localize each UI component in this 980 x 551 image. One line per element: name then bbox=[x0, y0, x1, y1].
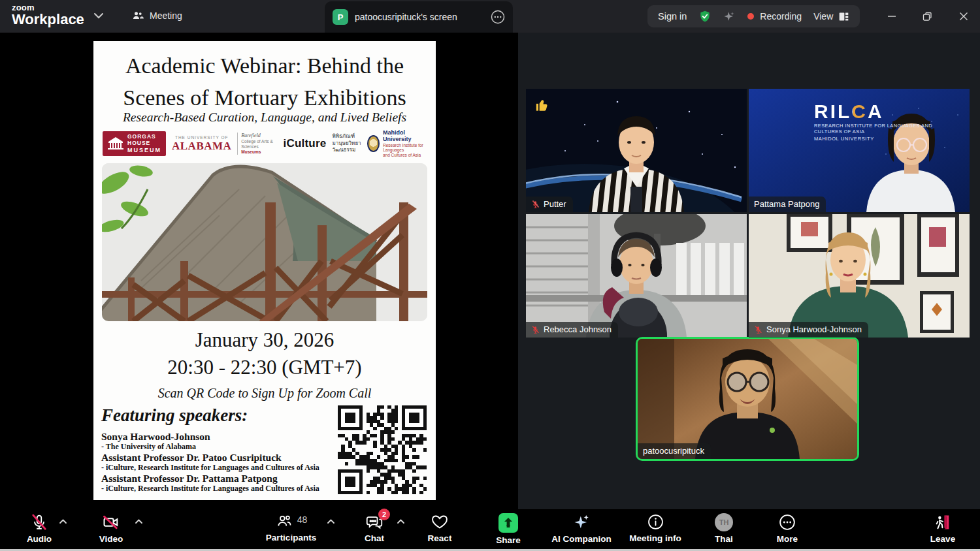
gorgas-building-icon bbox=[107, 136, 124, 151]
zoom-meeting-window: zoom Workplace Meeting P patoocusripituc… bbox=[0, 0, 980, 551]
camera-muted-icon bbox=[102, 513, 120, 531]
logo-text-workplace: Workplace bbox=[12, 12, 84, 27]
share-label: Share bbox=[496, 535, 521, 545]
video-tile-rebecca[interactable]: Rebecca Johnson bbox=[526, 214, 747, 338]
participants-options-chevron[interactable] bbox=[327, 518, 335, 524]
participant-name-label: Pattama Patpong bbox=[749, 197, 826, 212]
college-of-arts-sciences-logo: Barefield College of Arts & Sciences Mus… bbox=[237, 133, 277, 155]
security-shield-icon[interactable] bbox=[698, 10, 711, 23]
more-icon bbox=[778, 513, 796, 531]
chat-unread-badge: 2 bbox=[378, 509, 390, 520]
workspace-chevron-down-icon[interactable] bbox=[93, 12, 104, 20]
ai-companion-button[interactable]: AI Companion bbox=[546, 513, 617, 544]
poster-speaker-list: Sonya Harwood-Johnson - The University o… bbox=[101, 432, 334, 494]
poster-title-line2: Scenes of Mortuary Exhibitions bbox=[93, 82, 436, 114]
poster-qr-caption: Scan QR Code to Sign Up for Zoom Call bbox=[93, 386, 436, 401]
video-tile-sonya[interactable]: Sonya Harwood-Johnson bbox=[749, 214, 970, 338]
heart-icon bbox=[431, 513, 449, 531]
chat-label: Chat bbox=[365, 533, 384, 543]
react-label: React bbox=[428, 533, 452, 543]
tab-meeting[interactable]: Meeting bbox=[131, 9, 182, 22]
leave-button[interactable]: Leave bbox=[924, 513, 961, 544]
share-icon bbox=[498, 513, 518, 533]
participants-button[interactable]: 48 Participants bbox=[260, 513, 322, 543]
ai-sparkle-icon[interactable] bbox=[723, 10, 735, 22]
participants-count: 48 bbox=[297, 514, 308, 525]
video-label: Video bbox=[99, 534, 123, 544]
more-button[interactable]: More bbox=[769, 513, 806, 544]
meeting-info-button[interactable]: Meeting info bbox=[624, 513, 687, 543]
thai-museum-logo-text: พิพิธภัณฑ์ มานุษยวิทยา วัฒนธรรม bbox=[332, 133, 361, 153]
titlebar-actions: Sign in Recording View bbox=[647, 5, 860, 27]
thumbs-up-reaction-icon bbox=[534, 97, 551, 114]
shared-screen-area: Academic Webinar: Behind the Scenes of M… bbox=[5, 37, 518, 512]
info-icon bbox=[647, 513, 664, 531]
poster-date: January 30, 2026 bbox=[93, 328, 436, 352]
minimize-button[interactable] bbox=[877, 0, 907, 33]
react-button[interactable]: React bbox=[421, 513, 458, 543]
chat-options-chevron[interactable] bbox=[397, 518, 405, 524]
close-button[interactable] bbox=[949, 0, 979, 33]
poster-title-line1: Academic Webinar: Behind the bbox=[93, 50, 436, 82]
mic-muted-icon bbox=[31, 513, 48, 531]
participant-name-label: Rebecca Johnson bbox=[526, 322, 618, 338]
participants-label: Participants bbox=[266, 533, 316, 543]
view-label: View bbox=[813, 11, 833, 22]
share-button[interactable]: Share bbox=[490, 513, 527, 545]
leave-label: Leave bbox=[930, 534, 955, 544]
video-gallery: Putter RILC bbox=[518, 33, 980, 509]
tab-screen-share[interactable]: P patoocusripituck's screen bbox=[325, 1, 513, 33]
university-of-alabama-logo: THE UNIVERSITY OF ALABAMA bbox=[172, 136, 231, 151]
mahidol-emblem-icon bbox=[367, 135, 380, 152]
muted-mic-icon bbox=[531, 200, 540, 209]
audio-options-chevron[interactable] bbox=[59, 518, 67, 524]
participant-name-label: Sonya Harwood-Johnson bbox=[749, 322, 868, 338]
ai-companion-icon bbox=[572, 513, 591, 531]
iculture-logo: iCulture bbox=[284, 137, 327, 150]
recording-indicator: Recording bbox=[747, 11, 802, 22]
zoom-workplace-logo: zoom Workplace bbox=[12, 3, 84, 27]
video-tile-pattama[interactable]: RILCA RESEARCH INSTITUTE FOR LANGUAGES A… bbox=[749, 89, 970, 212]
mortuary-house-photo bbox=[102, 163, 427, 321]
tab-options-icon[interactable] bbox=[491, 10, 505, 24]
meeting-info-label: Meeting info bbox=[629, 533, 681, 543]
rilca-logo-text: RILCA bbox=[814, 101, 884, 122]
video-options-chevron[interactable] bbox=[135, 518, 143, 524]
more-label: More bbox=[777, 534, 798, 544]
rilca-line2: MAHIDOL UNIVERSITY bbox=[814, 136, 945, 142]
sign-in-button[interactable]: Sign in bbox=[658, 11, 687, 22]
participants-icon bbox=[275, 513, 293, 530]
audio-button[interactable]: Audio bbox=[20, 513, 59, 544]
chat-button[interactable]: 2 Chat bbox=[356, 513, 393, 543]
ai-companion-label: AI Companion bbox=[551, 534, 612, 544]
profile-avatar: TH bbox=[715, 513, 733, 531]
rilca-virtual-background-logo: RILCA RESEARCH INSTITUTE FOR LANGUAGES A… bbox=[814, 101, 945, 142]
muted-mic-icon bbox=[531, 325, 540, 334]
leave-icon bbox=[934, 513, 952, 531]
poster-title: Academic Webinar: Behind the Scenes of M… bbox=[93, 50, 436, 114]
profile-button[interactable]: TH Thai bbox=[706, 513, 742, 544]
participant-name-label: patoocusripituck bbox=[638, 443, 711, 459]
video-tile-putter[interactable]: Putter bbox=[526, 89, 747, 212]
gorgas-house-museum-logo: GORGASHOUSE MUSEUM bbox=[103, 131, 166, 156]
titlebar: zoom Workplace Meeting P patoocusripituc… bbox=[0, 0, 980, 33]
speaker-affiliation: - iCulture, Research Institute for Langu… bbox=[101, 463, 334, 473]
poster-speakers-heading: Featuring speakers: bbox=[101, 405, 248, 426]
speaker-name: Assistant Professor Dr. Patoo Cusripituc… bbox=[101, 452, 334, 463]
video-tile-patoocusripituck-active-speaker[interactable]: patoocusripituck bbox=[636, 337, 859, 461]
video-button[interactable]: Video bbox=[91, 513, 131, 544]
audio-label: Audio bbox=[27, 534, 52, 544]
poster-subtitle: Research-Based Curation, Language, and L… bbox=[93, 110, 436, 125]
people-icon bbox=[131, 9, 144, 22]
rilca-line1: RESEARCH INSTITUTE FOR LANGUAGES AND CUL… bbox=[814, 123, 945, 134]
profile-label: Thai bbox=[715, 534, 733, 544]
restore-button[interactable] bbox=[912, 0, 942, 33]
meeting-toolbar: Audio Video 48 Participants 2 bbox=[0, 509, 980, 549]
speaker-affiliation: - iCulture, Research Institute for Langu… bbox=[101, 484, 334, 494]
view-layout-icon bbox=[838, 11, 849, 22]
speaker-affiliation: - The University of Alabama bbox=[101, 442, 334, 452]
muted-mic-icon bbox=[754, 325, 762, 334]
view-button[interactable]: View bbox=[813, 11, 849, 22]
speaker-name: Assistant Professor Dr. Pattama Patpong bbox=[101, 473, 334, 484]
share-tab-avatar: P bbox=[333, 9, 348, 25]
